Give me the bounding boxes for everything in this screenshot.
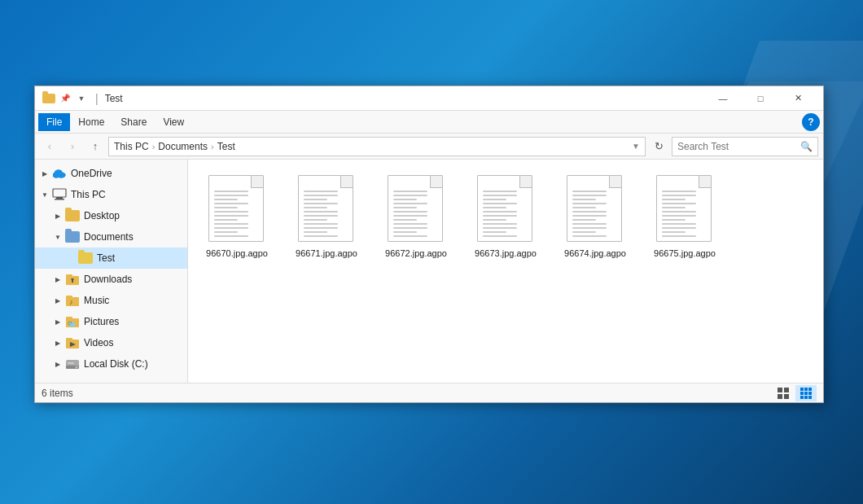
sidebar-label-this-pc: This PC (71, 189, 106, 200)
file-name: 96675.jpg.agpo (654, 248, 716, 259)
sidebar: ▶ OneDrive ▼ (35, 160, 188, 383)
svg-rect-31 (800, 388, 804, 391)
svg-rect-39 (808, 396, 812, 399)
close-button[interactable]: ✕ (779, 86, 817, 111)
expand-desktop-icon[interactable]: ▶ (51, 209, 64, 222)
videos-folder-icon (64, 335, 81, 351)
sidebar-item-onedrive[interactable]: ▶ OneDrive (35, 163, 187, 184)
folder-quick-icon[interactable] (42, 91, 56, 106)
help-button[interactable]: ? (802, 113, 820, 131)
sidebar-item-this-pc[interactable]: ▼ This PC (35, 184, 187, 205)
search-box[interactable]: 🔍 (672, 137, 818, 156)
search-icon[interactable]: 🔍 (800, 141, 813, 152)
svg-rect-36 (808, 392, 812, 395)
forward-button[interactable]: › (63, 137, 82, 156)
breadcrumb-this-pc[interactable]: This PC (114, 141, 149, 152)
expand-videos-icon[interactable]: ▶ (51, 336, 64, 349)
music-folder-icon: ♪ (64, 292, 81, 309)
svg-rect-12 (72, 279, 73, 283)
expand-onedrive-icon[interactable]: ▶ (38, 167, 51, 180)
sidebar-item-documents[interactable]: ▼ Documents (35, 226, 187, 248)
svg-rect-10 (66, 274, 72, 277)
file-name: 96671.jpg.agpo (296, 248, 357, 259)
sidebar-item-downloads[interactable]: ▶ Downloads (35, 269, 187, 290)
svg-rect-29 (778, 394, 782, 399)
file-item-f5[interactable]: 96674.jpg.agpo (554, 168, 636, 266)
sidebar-item-test[interactable]: Test (35, 248, 187, 269)
search-input[interactable] (677, 141, 800, 152)
svg-rect-37 (800, 396, 804, 399)
file-item-f4[interactable]: 96673.jpg.agpo (465, 168, 546, 266)
desktop-folder-icon (64, 208, 81, 224)
title-bar-left: 📌 ▼ | Test (42, 91, 704, 106)
address-bar[interactable]: This PC › Documents › Test ▼ (108, 137, 646, 156)
view-toggle-buttons (773, 385, 817, 401)
svg-point-25 (76, 366, 78, 369)
sidebar-label-onedrive: OneDrive (71, 168, 112, 179)
grid-view-button[interactable] (773, 385, 794, 401)
file-item-f2[interactable]: 96671.jpg.agpo (286, 168, 367, 266)
file-icon (208, 175, 265, 244)
menu-file[interactable]: File (38, 113, 70, 131)
file-icon (388, 175, 445, 244)
svg-rect-30 (784, 394, 789, 399)
menu-share[interactable]: Share (112, 113, 155, 131)
file-name: 96670.jpg.agpo (206, 248, 268, 259)
test-folder-icon (77, 250, 94, 266)
pin-quick-icon[interactable]: 📌 (58, 91, 72, 106)
breadcrumb-sep-1: › (152, 142, 156, 151)
expand-disk-icon[interactable]: ▶ (51, 357, 64, 370)
file-item-f1[interactable]: 96670.jpg.agpo (196, 168, 278, 266)
dropdown-quick-icon[interactable]: ▼ (74, 91, 89, 106)
maximize-button[interactable]: □ (742, 86, 779, 111)
sidebar-item-videos[interactable]: ▶ Videos (35, 332, 187, 353)
sidebar-item-pictures[interactable]: ▶ Pictures (35, 311, 187, 332)
quick-access-toolbar: 📌 ▼ (42, 91, 89, 106)
breadcrumb-documents[interactable]: Documents (158, 141, 208, 152)
menu-home[interactable]: Home (70, 113, 112, 131)
file-icon (656, 175, 713, 244)
menu-bar: File Home Share View ? (35, 111, 823, 134)
files-grid: 96670.jpg.agpo (188, 160, 823, 383)
file-item-f3[interactable]: 96672.jpg.agpo (375, 168, 457, 266)
file-name: 96674.jpg.agpo (564, 248, 626, 259)
refresh-button[interactable]: ↻ (649, 137, 668, 156)
file-name: 96673.jpg.agpo (475, 248, 537, 259)
expand-music-icon[interactable]: ▶ (51, 294, 64, 307)
downloads-folder-icon (64, 271, 81, 287)
up-button[interactable]: ↑ (85, 137, 105, 156)
svg-rect-17 (66, 317, 72, 319)
expand-documents-icon[interactable]: ▼ (51, 230, 64, 243)
sidebar-label-downloads: Downloads (84, 274, 132, 285)
content-area: 96670.jpg.agpo (188, 160, 823, 383)
svg-rect-26 (68, 362, 74, 364)
expand-downloads-icon[interactable]: ▶ (51, 273, 64, 286)
window-title: Test (105, 93, 123, 104)
file-icon (477, 175, 534, 244)
sidebar-label-music: Music (84, 295, 109, 306)
breadcrumb-test[interactable]: Test (217, 141, 235, 152)
svg-rect-8 (55, 199, 64, 200)
back-button[interactable]: ‹ (40, 137, 59, 156)
sidebar-label-test: Test (97, 252, 115, 264)
address-chevron-icon[interactable]: ▼ (632, 142, 640, 151)
item-count: 6 items (42, 388, 773, 399)
breadcrumb-sep-2: › (211, 142, 214, 151)
minimize-button[interactable]: — (704, 86, 742, 111)
svg-rect-28 (784, 388, 789, 392)
svg-rect-35 (804, 392, 808, 395)
svg-rect-38 (804, 396, 808, 399)
svg-text:♪: ♪ (69, 298, 73, 306)
sidebar-item-local-disk[interactable]: ▶ Local Disk (C:) (35, 353, 187, 375)
expand-pictures-icon[interactable]: ▶ (51, 315, 64, 328)
title-bar: 📌 ▼ | Test — □ ✕ (35, 86, 823, 111)
onedrive-icon (51, 165, 68, 182)
sidebar-item-music[interactable]: ▶ ♪ Music (35, 290, 187, 311)
file-item-f6[interactable]: 96675.jpg.agpo (644, 168, 725, 266)
menu-view[interactable]: View (155, 113, 192, 131)
sidebar-item-desktop[interactable]: ▶ Desktop (35, 205, 187, 226)
large-icon-view-button[interactable] (795, 385, 817, 401)
file-explorer-window: 📌 ▼ | Test — □ ✕ File Home Share View ? … (34, 85, 824, 403)
expand-this-pc-icon[interactable]: ▼ (38, 188, 51, 201)
sidebar-label-pictures: Pictures (84, 316, 119, 327)
